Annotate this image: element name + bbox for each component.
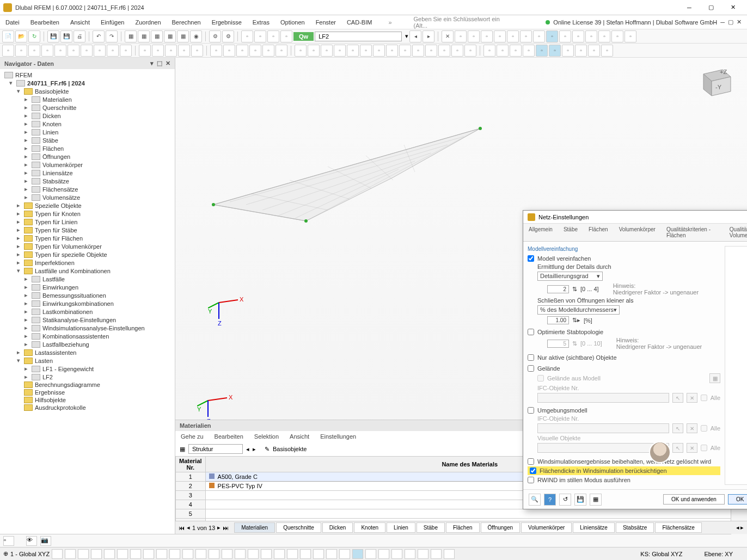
tool-j[interactable]: ▫ [507, 30, 519, 42]
draw-w[interactable]: ▫ [308, 45, 320, 57]
draw-o[interactable]: ▫ [191, 45, 203, 57]
new-button[interactable]: 📄 [2, 30, 14, 42]
tool-h[interactable]: ▫ [481, 30, 493, 42]
draw-a[interactable]: ▫ [2, 45, 14, 57]
draw-i[interactable]: ▫ [107, 45, 119, 57]
tree-basis-12[interactable]: ▸Volumensätze [0, 193, 175, 201]
draw-y[interactable]: ▫ [334, 45, 346, 57]
btab-dicken[interactable]: Dicken [322, 522, 353, 533]
mat-struktur-icon[interactable]: ▦ [180, 446, 185, 453]
minimize-button[interactable]: ─ [678, 1, 700, 14]
btab-materialien[interactable]: Materialien [234, 522, 275, 533]
foot-copy-icon[interactable]: ▦ [590, 494, 602, 506]
tree-lasten-1[interactable]: ▸LF2 [0, 373, 175, 381]
chk-topo[interactable] [528, 329, 534, 335]
tree-lfk-4[interactable]: ▸Lastkombinationen [0, 307, 175, 316]
draw-h[interactable]: ▫ [94, 45, 106, 57]
tool-d[interactable]: ▫ [280, 30, 292, 42]
tree-lfk-3[interactable]: ▸Einwirkungskombinationen [0, 299, 175, 307]
table-row[interactable]: 5 [176, 509, 747, 519]
tree-lfk-2[interactable]: ▸Bemessungssituationen [0, 291, 175, 299]
tree-lfk-6[interactable]: ▸Windsimulationsanalyse-Einstellungen [0, 324, 175, 332]
btab-öffnungen[interactable]: Öffnungen [481, 522, 521, 533]
draw-an[interactable]: ▫ [536, 45, 548, 57]
draw-q[interactable]: ▫ [223, 45, 235, 57]
tool-c[interactable]: ▫ [267, 30, 279, 42]
tree-group-5[interactable]: ▸Typen für Volumenkörper [0, 242, 175, 250]
dialog-titlebar[interactable]: Netz-Einstellungen ▢ ✕ [523, 211, 747, 224]
calc-button[interactable]: ⚙ [209, 30, 221, 42]
page-next[interactable]: ▸ [217, 524, 221, 531]
foot-search-icon[interactable]: 🔍 [529, 494, 541, 506]
draw-s[interactable]: ▫ [249, 45, 261, 57]
mat-view[interactable]: Ansicht [290, 433, 309, 440]
mat-prev[interactable]: ◂ [246, 446, 249, 453]
assistant-avatar[interactable] [649, 441, 671, 463]
sb-b[interactable] [65, 549, 76, 559]
page-last[interactable]: ⏭ [223, 525, 229, 531]
tab-flaechen[interactable]: Flächen [583, 224, 614, 241]
draw-m[interactable]: ▫ [165, 45, 177, 57]
tool-a[interactable]: ▫ [241, 30, 253, 42]
table3-button[interactable]: ▦ [151, 30, 163, 42]
tree-basis-7[interactable]: ▸Öffnungen [0, 152, 175, 161]
mat-next[interactable]: ▸ [253, 446, 256, 453]
tree-basis-0[interactable]: ▸Materialien [0, 95, 175, 103]
btab-knoten[interactable]: Knoten [354, 522, 385, 533]
draw-e[interactable]: ▫ [54, 45, 66, 57]
draw-b[interactable]: ▫ [15, 45, 27, 57]
sb-j[interactable] [169, 549, 180, 559]
tree-model[interactable]: ▾240711_FF.rf6 | 2024 [0, 79, 175, 87]
nav-close-icon[interactable]: ✕ [166, 60, 170, 67]
tab-allgemein[interactable]: Allgemein [523, 224, 558, 241]
lf-dropdown-icon[interactable]: ▾ [405, 33, 408, 40]
menu-optionen[interactable]: Optionen [275, 19, 310, 26]
btab-liniensätze[interactable]: Liniensätze [573, 522, 615, 533]
tree-lfk[interactable]: ▾Lastfälle und Kombinationen [0, 267, 175, 275]
sb-p[interactable] [248, 549, 259, 559]
draw-ad[interactable]: ▫ [399, 45, 411, 57]
sb-d[interactable] [91, 549, 102, 559]
tool-q[interactable]: ▫ [598, 30, 610, 42]
tree-group-6[interactable]: ▸Typen für spezielle Objekte [0, 250, 175, 259]
tree-basis[interactable]: ▾Basisobjekte [0, 87, 175, 95]
sb-q[interactable] [261, 549, 272, 559]
save-button[interactable]: 💾 [47, 30, 59, 42]
sb-ae[interactable] [444, 549, 455, 559]
foot-save-icon[interactable]: 💾 [574, 494, 586, 506]
chk-simplify[interactable] [528, 255, 534, 262]
sb-r[interactable] [274, 549, 285, 559]
sb-e[interactable] [104, 549, 115, 559]
tool-i[interactable]: ▫ [494, 30, 506, 42]
draw-t[interactable]: ▫ [262, 45, 274, 57]
draw-u[interactable]: ▫ [275, 45, 287, 57]
tabs-scroll-right[interactable]: ▸ [740, 524, 744, 531]
tree-tail-2[interactable]: Hilfsobjekte [0, 396, 175, 404]
tree-tail-0[interactable]: Berechnungsdiagramme [0, 381, 175, 389]
nav-pin-icon[interactable]: ⬚ [157, 60, 162, 67]
lf-next[interactable]: ▸ [423, 30, 434, 42]
btn-ok-apply[interactable]: OK und anwenden [663, 494, 725, 504]
draw-ah[interactable]: ▫ [451, 45, 463, 57]
tool-e[interactable]: ✕ [442, 30, 454, 42]
btab-flächen[interactable]: Flächen [446, 522, 480, 533]
sb-coord-icon[interactable]: ⊕ [3, 550, 8, 557]
btab-querschnitte[interactable]: Querschnitte [276, 522, 321, 533]
mdi-close-button[interactable]: ✕ [737, 19, 742, 26]
tool-p[interactable]: ▫ [585, 30, 597, 42]
navigator-tree[interactable]: RFEM ▾240711_FF.rf6 | 2024 ▾Basisobjekte… [0, 69, 175, 534]
draw-v[interactable]: ▫ [295, 45, 307, 57]
draw-ak[interactable]: ▫ [497, 45, 509, 57]
draw-n[interactable]: ▫ [178, 45, 190, 57]
lf-prev[interactable]: ◂ [409, 30, 421, 42]
tab-staebe[interactable]: Stäbe [558, 224, 583, 241]
ext-a[interactable]: ▫ [3, 536, 14, 546]
sb-f[interactable] [117, 549, 128, 559]
sb-k[interactable] [182, 549, 193, 559]
calc2-button[interactable]: ⚙ [222, 30, 234, 42]
tree-basis-11[interactable]: ▸Flächensätze [0, 185, 175, 193]
draw-al[interactable]: ▫ [510, 45, 522, 57]
mat-settings[interactable]: Einstellungen [320, 433, 356, 440]
tool-k[interactable]: ▫ [520, 30, 532, 42]
tree-root[interactable]: RFEM [0, 71, 175, 79]
